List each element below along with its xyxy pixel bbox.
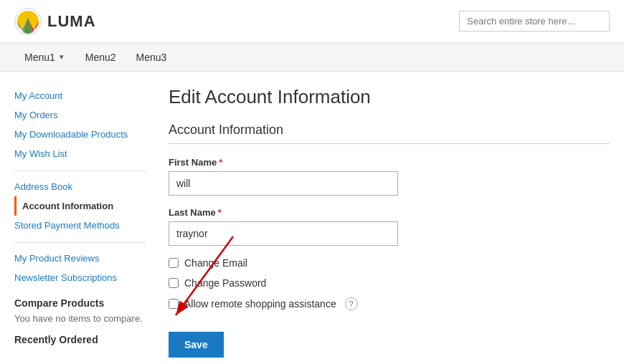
sidebar-item-wish-list[interactable]: My Wish List [14,144,147,163]
top-navigation: Menu1 ▼ Menu2 Menu3 [0,43,624,72]
form-actions: Save [169,325,610,358]
compare-empty-text: You have no items to compare. [14,313,147,324]
sidebar-item-my-orders[interactable]: My Orders [14,105,147,125]
sidebar-item-account-information[interactable]: Account Information [14,196,147,216]
chevron-down-icon: ▼ [58,53,65,61]
recently-ordered-title: Recently Ordered [14,334,147,345]
sidebar-item-my-account[interactable]: My Account [14,86,147,105]
section-title: Account Information [169,123,610,144]
sidebar-item-stored-payment[interactable]: Stored Payment Methods [14,216,147,235]
sidebar-compare-section: Compare Products You have no items to co… [14,297,147,324]
sidebar: My Account My Orders My Downloadable Pro… [14,86,147,358]
sidebar-more-section: Address Book Account Information Stored … [14,177,147,235]
save-button[interactable]: Save [169,332,224,358]
luma-logo-icon [14,8,42,35]
sidebar-item-downloadable-products[interactable]: My Downloadable Products [14,125,147,144]
sidebar-reviews-section: My Product Reviews Newsletter Subscripti… [14,249,147,287]
sidebar-item-address-book[interactable]: Address Book [14,177,147,196]
nav-item-menu1[interactable]: Menu1 ▼ [14,43,75,72]
required-star: * [219,157,222,168]
nav-item-menu2[interactable]: Menu2 [75,43,126,72]
main-content: My Account My Orders My Downloadable Pro… [0,72,624,364]
header: LUMA [0,0,624,43]
logo-area[interactable]: LUMA [14,8,96,35]
sidebar-recently-ordered-section: Recently Ordered [14,334,147,345]
page-title: Edit Account Information [169,86,610,108]
sidebar-divider-1 [14,171,147,171]
sidebar-item-product-reviews[interactable]: My Product Reviews [14,249,147,268]
last-name-label: Last Name* [169,207,610,218]
search-input[interactable] [459,11,610,32]
svg-line-2 [176,236,233,315]
sidebar-item-newsletter[interactable]: Newsletter Subscriptions [14,268,147,287]
first-name-input[interactable] [169,171,398,196]
logo-text: LUMA [47,12,96,31]
help-icon[interactable]: ? [345,297,358,310]
first-name-label: First Name* [169,157,610,168]
first-name-group: First Name* [169,157,610,196]
compare-title: Compare Products [14,297,147,309]
arrow-svg [169,233,312,326]
sidebar-account-section: My Account My Orders My Downloadable Pro… [14,86,147,163]
nav-item-menu3[interactable]: Menu3 [126,43,177,72]
required-star-2: * [218,207,222,218]
sidebar-divider-2 [14,242,147,243]
content-area: Edit Account Information Account Informa… [169,86,610,358]
